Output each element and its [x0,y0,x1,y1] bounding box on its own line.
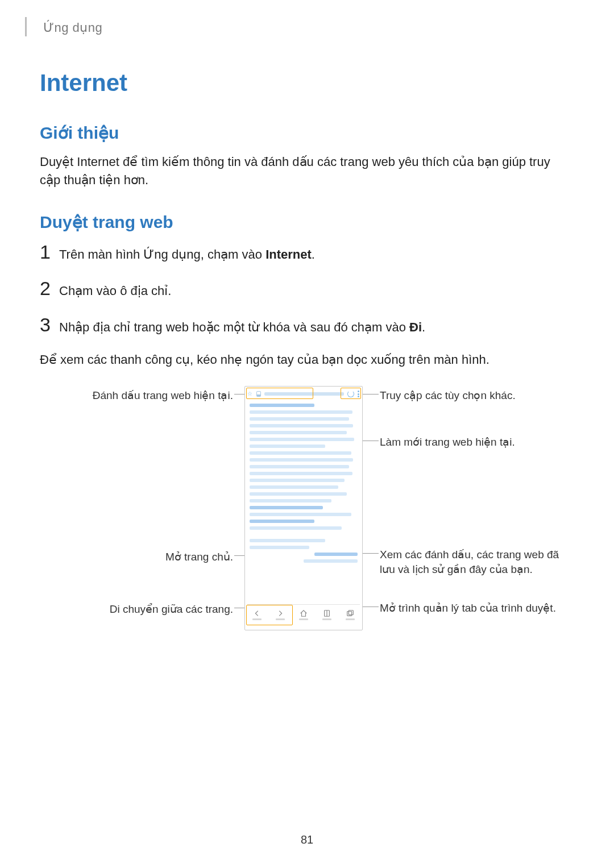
tabs-icon [346,609,354,617]
callout-home: Mở trang chủ. [40,550,233,564]
intro-section: Giới thiệu Duyệt Internet để tìm kiếm th… [40,123,574,189]
page-title: Internet [40,69,574,97]
page-content-mock [250,404,358,599]
page-number: 81 [0,833,614,846]
step-number: 3 [40,315,59,334]
star-icon: ☆ [247,391,253,397]
intro-heading: Giới thiệu [40,123,574,143]
callout-tab-manager: Mở trình quản lý tab của trình duyệt. [380,601,573,616]
nav-label-placeholder [299,618,308,620]
address-bar: ☆ [247,389,360,399]
callout-navigate: Di chuyển giữa các trang. [40,602,233,617]
separator [247,604,360,605]
callout-options: Truy cập các tùy chọn khác. [380,388,567,403]
document-page: Ứng dụng Internet Giới thiệu Duyệt Inter… [0,0,614,868]
step-post: . [422,320,425,334]
step-3: 3 Nhập địa chỉ trang web hoặc một từ khó… [40,315,574,337]
step-bold: Đi [409,320,422,334]
browse-heading: Duyệt trang web [40,212,574,232]
nav-home [299,609,308,620]
step-text: Nhập địa chỉ trang web hoặc một từ khóa … [59,318,425,337]
lead-line [234,555,244,556]
nav-bookmarks [322,609,331,620]
more-icon [358,391,360,397]
nav-label-placeholder [322,618,331,620]
browser-diagram: Đánh dấu trang web hiện tại. Mở trang ch… [40,386,574,630]
intro-text: Duyệt Internet để tìm kiếm thông tin và … [40,153,574,189]
phone-mock: ☆ [244,386,363,630]
step-post: . [312,247,315,261]
lead-line [362,394,379,394]
step-number: 1 [40,242,59,261]
chevron-left-icon [253,609,261,617]
step-1: 1 Trên màn hình Ứng dụng, chạm vào Inter… [40,242,574,264]
home-icon [300,609,308,617]
step-text: Chạm vào ô địa chỉ. [59,282,171,300]
nav-label-placeholder [346,618,355,620]
browse-section: Duyệt trang web 1 Trên màn hình Ứng dụng… [40,212,574,631]
callout-refresh: Làm mới trang web hiện tại. [380,435,567,450]
step-pre: Nhập địa chỉ trang web hoặc một từ khóa … [59,320,409,334]
breadcrumb: Ứng dụng [43,20,574,35]
nav-label-placeholder [276,618,285,620]
step-2: 2 Chạm vào ô địa chỉ. [40,279,574,300]
callout-bookmark: Đánh dấu trang web hiện tại. [40,388,233,403]
step-pre: Trên màn hình Ứng dụng, chạm vào [59,247,265,261]
browser-bottom-nav [245,606,362,623]
after-steps-text: Để xem các thanh công cụ, kéo nhẹ ngón t… [40,351,574,369]
callout-view-bookmarks: Xem các đánh dấu, các trang web đã lưu v… [380,547,573,576]
step-number: 2 [40,279,59,298]
header-rule [25,17,27,36]
url-placeholder [264,392,344,396]
chevron-right-icon [276,609,284,617]
lock-icon [256,391,261,397]
bookmark-icon [323,609,331,617]
nav-forward [276,609,285,620]
refresh-icon [347,391,354,397]
lead-line [234,608,246,608]
nav-tabs [346,609,355,620]
nav-label-placeholder [252,618,262,620]
step-bold: Internet [265,247,312,261]
step-text: Trên màn hình Ứng dụng, chạm vào Interne… [59,246,315,264]
nav-back [252,609,262,620]
